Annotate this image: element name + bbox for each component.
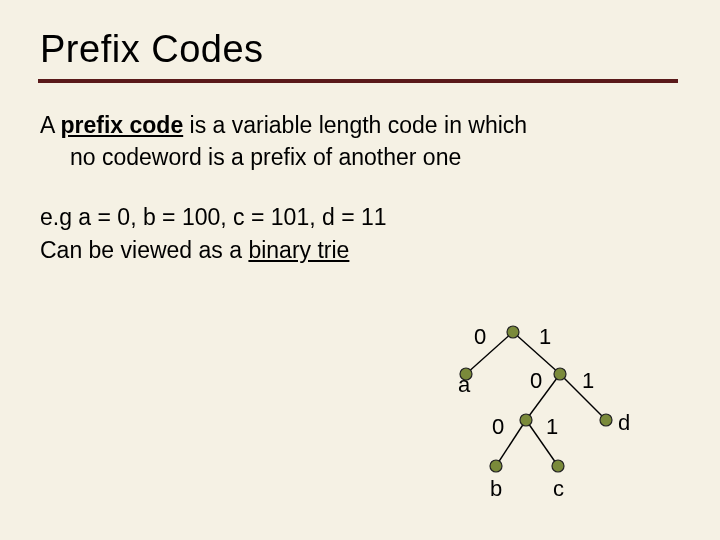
definition-line2: no codeword is a prefix of another one bbox=[40, 141, 680, 173]
svg-point-10 bbox=[600, 414, 612, 426]
edge-label-root-1: 1 bbox=[539, 324, 551, 350]
edge-label-n1-1: 1 bbox=[582, 368, 594, 394]
definition-line1: A prefix code is a variable length code … bbox=[40, 109, 680, 141]
leaf-label-d: d bbox=[618, 410, 630, 436]
svg-point-12 bbox=[552, 460, 564, 472]
svg-point-8 bbox=[554, 368, 566, 380]
slide-body: A prefix code is a variable length code … bbox=[40, 109, 680, 266]
trie-svg bbox=[378, 316, 678, 526]
example-line: e.g a = 0, b = 100, c = 101, d = 11 bbox=[40, 201, 680, 233]
leaf-label-a: a bbox=[458, 372, 470, 398]
view-line: Can be viewed as a binary trie bbox=[40, 234, 680, 266]
binary-trie-diagram: 0 1 0 1 0 1 a d b c bbox=[378, 316, 678, 526]
svg-point-11 bbox=[490, 460, 502, 472]
svg-point-6 bbox=[507, 326, 519, 338]
title-rule bbox=[38, 79, 678, 83]
view-term: binary trie bbox=[248, 237, 349, 263]
edge-label-n1-0: 0 bbox=[530, 368, 542, 394]
def-post: is a variable length code in which bbox=[183, 112, 527, 138]
leaf-label-c: c bbox=[553, 476, 564, 502]
def-pre: A bbox=[40, 112, 60, 138]
slide-title: Prefix Codes bbox=[40, 28, 680, 71]
leaf-label-b: b bbox=[490, 476, 502, 502]
edge-label-n2-0: 0 bbox=[492, 414, 504, 440]
edge-label-n2-1: 1 bbox=[546, 414, 558, 440]
edge-label-root-0: 0 bbox=[474, 324, 486, 350]
def-term: prefix code bbox=[60, 112, 183, 138]
svg-point-9 bbox=[520, 414, 532, 426]
view-pre: Can be viewed as a bbox=[40, 237, 248, 263]
